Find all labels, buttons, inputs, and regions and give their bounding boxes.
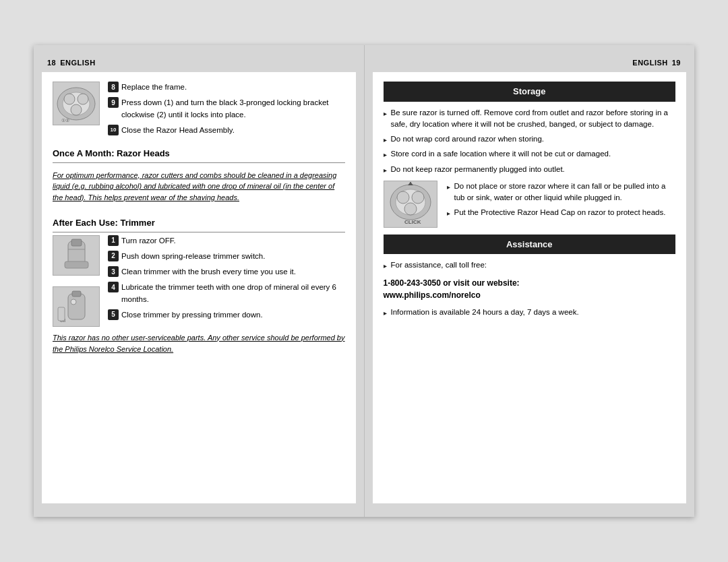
svg-point-2 <box>64 94 75 104</box>
storage-bullet-3-text: Store cord in a safe location where it w… <box>391 148 676 160</box>
storage-bullet-6-text: Put the Protective Razor Head Cap on raz… <box>454 207 676 218</box>
bullet-icon-assist: ▸ <box>384 261 387 271</box>
trim-step-4-text: Lubricate the trimmer teeth with one dro… <box>121 282 345 305</box>
svg-rect-9 <box>65 261 88 268</box>
razor-svg-right: CLICK <box>386 182 435 226</box>
left-page-number: 18 <box>47 59 56 67</box>
steps-top-section: ①② 8 Replace the frame. 9 Press down (1)… <box>53 82 345 140</box>
trim-step-num-4: 4 <box>108 282 119 292</box>
storage-bullet-4-text: Do not keep razor permanently plugged in… <box>391 164 676 175</box>
razor-image-2 <box>53 235 100 276</box>
bullet-icon-4: ▸ <box>384 165 387 175</box>
step-8: 8 Replace the frame. <box>108 82 345 93</box>
svg-point-19 <box>404 203 417 215</box>
page-spread: 18 ENGLISH ①② <box>34 45 694 517</box>
trim-step-num-2: 2 <box>108 251 119 261</box>
storage-bullet-6: ▸ Put the Protective Razor Head Cap on r… <box>447 207 676 218</box>
bullet-icon-5: ▸ <box>447 182 450 192</box>
svg-rect-10 <box>68 294 85 319</box>
trim-step-num-3: 3 <box>108 266 119 277</box>
razor-image-1: ①② <box>53 82 100 125</box>
trim-step-3-text: Clean trimmer with the brush every time … <box>121 266 345 278</box>
trim-step-4: 4 Lubricate the trimmer teeth with one d… <box>108 282 345 305</box>
right-page-number: 19 <box>672 59 681 67</box>
svg-point-3 <box>78 94 88 104</box>
website: www.philips.com/norelco <box>384 290 481 300</box>
section1-title: Once A Month: Razor Heads <box>53 147 345 163</box>
trimmer-steps-col: 1 Turn razor OFF. 2 Push down spring-rel… <box>108 235 345 325</box>
bullet-icon-6: ▸ <box>447 208 450 218</box>
assistance-header: Assistance <box>384 235 676 255</box>
trim-step-2: 2 Push down spring-release trimmer switc… <box>108 251 345 262</box>
step-num-8: 8 <box>108 82 119 92</box>
storage-bullet-4: ▸ Do not keep razor permanently plugged … <box>384 164 676 175</box>
razor-image-col: ①② <box>53 82 100 125</box>
section1-note: For optimum performance, razor cutters a… <box>53 170 345 204</box>
razor-svg-2 <box>55 236 98 275</box>
storage-bullet-5-text: Do not place or store razor where it can… <box>454 181 676 204</box>
svg-rect-14 <box>58 307 65 321</box>
step-8-text: Replace the frame. <box>121 82 345 93</box>
storage-bullet-2: ▸ Do not wrap cord around razor when sto… <box>384 133 676 145</box>
bullet-icon-info: ▸ <box>384 308 387 318</box>
storage-bullets-right: ▸ Do not place or store razor where it c… <box>447 181 676 222</box>
assistance-intro-text: For assistance, call toll free: <box>391 259 676 271</box>
bullet-icon-2: ▸ <box>384 135 387 145</box>
svg-text:CLICK: CLICK <box>404 219 421 225</box>
svg-point-18 <box>412 191 424 204</box>
svg-point-17 <box>397 191 409 204</box>
step-num-10: 10 <box>108 125 119 135</box>
right-page: ENGLISH 19 Storage ▸ Be sure razor is tu… <box>364 45 695 517</box>
bullet-icon-1: ▸ <box>384 108 387 119</box>
trim-step-5: 5 Close trimmer by pressing trimmer down… <box>108 309 345 321</box>
left-page: 18 ENGLISH ①② <box>34 45 364 517</box>
storage-bullet-5: ▸ Do not place or store razor where it c… <box>447 181 676 204</box>
step-9-text: Press down (1) and turn the black 3-pron… <box>121 97 345 121</box>
storage-bullet-1-text: Be sure razor is turned off. Remove cord… <box>391 107 676 131</box>
left-language: ENGLISH <box>60 59 95 67</box>
razor-svg-1: ①② <box>55 84 98 123</box>
trim-step-num-5: 5 <box>108 309 119 320</box>
step-10-text: Close the Razor Head Assembly. <box>121 125 345 136</box>
trim-step-5-text: Close trimmer by pressing trimmer down. <box>121 309 345 321</box>
storage-bullet-3: ▸ Store cord in a safe location where it… <box>384 148 676 160</box>
storage-header: Storage <box>384 82 676 102</box>
step-9: 9 Press down (1) and turn the black 3-pr… <box>108 97 345 121</box>
razor-svg-3: oil <box>55 287 98 326</box>
svg-rect-11 <box>72 291 81 296</box>
step-num-9: 9 <box>108 97 119 108</box>
right-page-content: Storage ▸ Be sure razor is turned off. R… <box>373 72 687 503</box>
svg-point-12 <box>71 299 76 305</box>
svg-point-4 <box>71 104 82 115</box>
phone-line: 1-800-243-3050 or visit our website: www… <box>384 277 676 302</box>
section2-title: After Each Use: Trimmer <box>53 216 345 232</box>
svg-marker-22 <box>408 182 413 185</box>
right-page-header: ENGLISH 19 <box>365 59 695 72</box>
bullet-icon-3: ▸ <box>384 150 387 160</box>
phone-number: 1-800-243-3050 or visit our website: <box>384 278 520 288</box>
right-image-row: CLICK ▸ Do not place or store razor wher… <box>384 181 676 228</box>
footer-note: This razor has no other user-serviceable… <box>53 332 345 356</box>
storage-bullet-2-text: Do not wrap cord around razor when stori… <box>391 133 676 145</box>
trim-step-3: 3 Clean trimmer with the brush every tim… <box>108 266 345 278</box>
left-page-header: 18 ENGLISH <box>34 59 364 72</box>
trimmer-image-col: oil <box>53 235 100 327</box>
info-bullet: ▸ Information is available 24 hours a da… <box>384 307 676 318</box>
steps-top-col: 8 Replace the frame. 9 Press down (1) an… <box>108 82 345 140</box>
trim-step-2-text: Push down spring-release trimmer switch. <box>121 251 345 262</box>
svg-rect-7 <box>71 239 82 246</box>
trimmer-section: oil 1 Turn razor OFF. 2 Push down spring… <box>53 235 345 327</box>
razor-image-right: CLICK <box>384 181 437 228</box>
storage-bullet-1: ▸ Be sure razor is turned off. Remove co… <box>384 107 676 131</box>
left-page-content: ①② 8 Replace the frame. 9 Press down (1)… <box>42 72 356 503</box>
trim-step-num-1: 1 <box>108 235 119 246</box>
trim-step-1-text: Turn razor OFF. <box>121 235 345 247</box>
info-bullet-text: Information is available 24 hours a day,… <box>391 307 676 318</box>
right-language: ENGLISH <box>632 59 667 67</box>
step-10: 10 Close the Razor Head Assembly. <box>108 125 345 136</box>
razor-image-3: oil <box>53 286 100 327</box>
assistance-intro-row: ▸ For assistance, call toll free: <box>384 259 676 271</box>
trim-step-1: 1 Turn razor OFF. <box>108 235 345 247</box>
svg-text:①②: ①② <box>61 118 69 123</box>
